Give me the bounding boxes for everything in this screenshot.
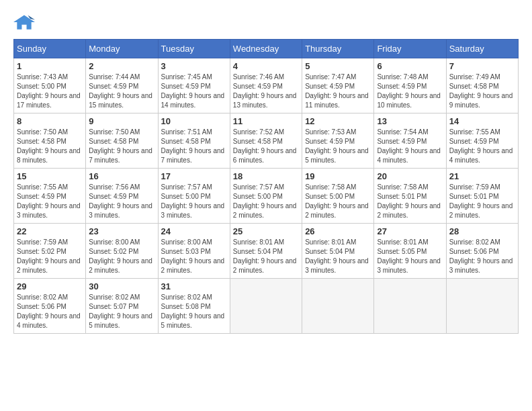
- sunrise-label: Sunrise: 7:59 AM: [17, 238, 68, 246]
- day-number: 15: [17, 171, 83, 181]
- day-info: Sunrise: 7:56 AM Sunset: 4:59 PM Dayligh…: [89, 183, 154, 220]
- weekday-header-sunday: Sunday: [14, 40, 86, 58]
- day-info: Sunrise: 7:57 AM Sunset: 5:00 PM Dayligh…: [161, 183, 227, 220]
- day-number: 1: [17, 61, 83, 71]
- day-info: Sunrise: 7:47 AM Sunset: 4:59 PM Dayligh…: [305, 73, 371, 110]
- daylight-label: Daylight: 9 hours and 2 minutes.: [17, 257, 81, 274]
- day-info: Sunrise: 8:02 AM Sunset: 5:08 PM Dayligh…: [161, 293, 227, 330]
- day-number: 7: [449, 61, 515, 71]
- weekday-header-saturday: Saturday: [446, 40, 518, 58]
- sunset-label: Sunset: 4:58 PM: [161, 138, 211, 145]
- day-info: Sunrise: 7:50 AM Sunset: 4:58 PM Dayligh…: [89, 128, 154, 165]
- calendar-cell: 18 Sunrise: 7:57 AM Sunset: 5:00 PM Dayl…: [230, 169, 302, 224]
- daylight-label: Daylight: 9 hours and 2 minutes.: [233, 257, 297, 274]
- day-number: 3: [161, 61, 227, 71]
- day-number: 12: [305, 116, 371, 126]
- daylight-label: Daylight: 9 hours and 2 minutes.: [377, 202, 441, 219]
- sunrise-label: Sunrise: 8:01 AM: [377, 238, 428, 246]
- sunset-label: Sunset: 4:59 PM: [377, 83, 427, 90]
- day-info: Sunrise: 7:45 AM Sunset: 4:59 PM Dayligh…: [161, 73, 227, 110]
- day-number: 31: [161, 281, 227, 291]
- calendar-cell: 28 Sunrise: 8:02 AM Sunset: 5:06 PM Dayl…: [446, 224, 518, 279]
- sunset-label: Sunset: 5:00 PM: [17, 83, 66, 90]
- day-number: 24: [161, 226, 227, 236]
- daylight-label: Daylight: 9 hours and 4 minutes.: [377, 147, 441, 164]
- day-number: 26: [305, 226, 371, 236]
- day-number: 30: [89, 281, 154, 291]
- sunrise-label: Sunrise: 7:57 AM: [161, 183, 212, 191]
- calendar-cell: 2 Sunrise: 7:44 AM Sunset: 4:59 PM Dayli…: [86, 58, 158, 113]
- sunset-label: Sunset: 4:58 PM: [449, 83, 499, 90]
- sunrise-label: Sunrise: 7:44 AM: [89, 73, 140, 81]
- daylight-label: Daylight: 9 hours and 2 minutes.: [161, 257, 225, 274]
- daylight-label: Daylight: 9 hours and 9 minutes.: [449, 92, 513, 109]
- calendar-cell: [230, 279, 302, 334]
- sunrise-label: Sunrise: 8:02 AM: [161, 293, 212, 301]
- day-number: 28: [449, 226, 515, 236]
- calendar-cell: 6 Sunrise: 7:48 AM Sunset: 4:59 PM Dayli…: [374, 58, 446, 113]
- sunset-label: Sunset: 4:58 PM: [233, 138, 283, 145]
- daylight-label: Daylight: 9 hours and 2 minutes.: [305, 202, 369, 219]
- daylight-label: Daylight: 9 hours and 3 minutes.: [17, 202, 81, 219]
- sunset-label: Sunset: 4:58 PM: [17, 138, 66, 145]
- calendar-week-4: 22 Sunrise: 7:59 AM Sunset: 5:02 PM Dayl…: [14, 224, 519, 279]
- sunrise-label: Sunrise: 8:00 AM: [89, 238, 140, 246]
- calendar-cell: 1 Sunrise: 7:43 AM Sunset: 5:00 PM Dayli…: [14, 58, 86, 113]
- sunset-label: Sunset: 4:58 PM: [89, 138, 138, 145]
- sunrise-label: Sunrise: 8:02 AM: [449, 238, 500, 246]
- day-number: 4: [233, 61, 299, 71]
- calendar-cell: 29 Sunrise: 8:02 AM Sunset: 5:06 PM Dayl…: [14, 279, 86, 334]
- sunrise-label: Sunrise: 7:47 AM: [305, 73, 356, 81]
- sunrise-label: Sunrise: 8:01 AM: [233, 238, 284, 246]
- sunset-label: Sunset: 5:07 PM: [89, 303, 138, 310]
- calendar-cell: 27 Sunrise: 8:01 AM Sunset: 5:05 PM Dayl…: [374, 224, 446, 279]
- daylight-label: Daylight: 9 hours and 4 minutes.: [17, 312, 81, 329]
- day-info: Sunrise: 7:50 AM Sunset: 4:58 PM Dayligh…: [17, 128, 83, 165]
- sunrise-label: Sunrise: 7:55 AM: [449, 128, 500, 136]
- day-number: 18: [233, 171, 299, 181]
- day-number: 27: [377, 226, 443, 236]
- calendar-cell: 22 Sunrise: 7:59 AM Sunset: 5:02 PM Dayl…: [14, 224, 86, 279]
- calendar-cell: 25 Sunrise: 8:01 AM Sunset: 5:04 PM Dayl…: [230, 224, 302, 279]
- day-info: Sunrise: 7:59 AM Sunset: 5:02 PM Dayligh…: [17, 238, 83, 275]
- calendar-cell: 26 Sunrise: 8:01 AM Sunset: 5:04 PM Dayl…: [302, 224, 374, 279]
- calendar-cell: 20 Sunrise: 7:58 AM Sunset: 5:01 PM Dayl…: [374, 169, 446, 224]
- day-number: 13: [377, 116, 443, 126]
- day-number: 17: [161, 171, 227, 181]
- sunrise-label: Sunrise: 7:56 AM: [89, 183, 140, 191]
- calendar-cell: 19 Sunrise: 7:58 AM Sunset: 5:00 PM Dayl…: [302, 169, 374, 224]
- day-number: 20: [377, 171, 443, 181]
- day-number: 8: [17, 116, 83, 126]
- day-number: 2: [89, 61, 154, 71]
- calendar-week-5: 29 Sunrise: 8:02 AM Sunset: 5:06 PM Dayl…: [14, 279, 519, 334]
- calendar-cell: 8 Sunrise: 7:50 AM Sunset: 4:58 PM Dayli…: [14, 113, 86, 169]
- sunrise-label: Sunrise: 7:54 AM: [377, 128, 428, 136]
- weekday-header-monday: Monday: [86, 40, 158, 58]
- day-number: 14: [449, 116, 515, 126]
- calendar-cell: 3 Sunrise: 7:45 AM Sunset: 4:59 PM Dayli…: [158, 58, 230, 113]
- sunrise-label: Sunrise: 7:50 AM: [17, 128, 68, 136]
- logo-icon: [13, 13, 35, 32]
- daylight-label: Daylight: 9 hours and 3 minutes.: [377, 257, 441, 274]
- daylight-label: Daylight: 9 hours and 3 minutes.: [89, 202, 152, 219]
- sunset-label: Sunset: 4:59 PM: [233, 83, 283, 90]
- day-number: 22: [17, 226, 83, 236]
- calendar-cell: 23 Sunrise: 8:00 AM Sunset: 5:02 PM Dayl…: [86, 224, 158, 279]
- daylight-label: Daylight: 9 hours and 11 minutes.: [305, 92, 369, 109]
- sunset-label: Sunset: 5:02 PM: [17, 248, 66, 255]
- sunset-label: Sunset: 5:01 PM: [377, 193, 427, 200]
- sunrise-label: Sunrise: 8:02 AM: [17, 293, 68, 301]
- day-number: 11: [233, 116, 299, 126]
- calendar-cell: 13 Sunrise: 7:54 AM Sunset: 4:59 PM Dayl…: [374, 113, 446, 169]
- weekday-header-thursday: Thursday: [302, 40, 374, 58]
- sunrise-label: Sunrise: 7:58 AM: [377, 183, 428, 191]
- sunset-label: Sunset: 5:05 PM: [377, 248, 427, 255]
- day-info: Sunrise: 7:44 AM Sunset: 4:59 PM Dayligh…: [89, 73, 154, 110]
- day-number: 23: [89, 226, 154, 236]
- sunset-label: Sunset: 5:03 PM: [161, 248, 211, 255]
- calendar-cell: 9 Sunrise: 7:50 AM Sunset: 4:58 PM Dayli…: [86, 113, 158, 169]
- daylight-label: Daylight: 9 hours and 5 minutes.: [89, 312, 152, 329]
- sunset-label: Sunset: 4:59 PM: [305, 83, 355, 90]
- calendar-cell: 10 Sunrise: 7:51 AM Sunset: 4:58 PM Dayl…: [158, 113, 230, 169]
- daylight-label: Daylight: 9 hours and 7 minutes.: [89, 147, 152, 164]
